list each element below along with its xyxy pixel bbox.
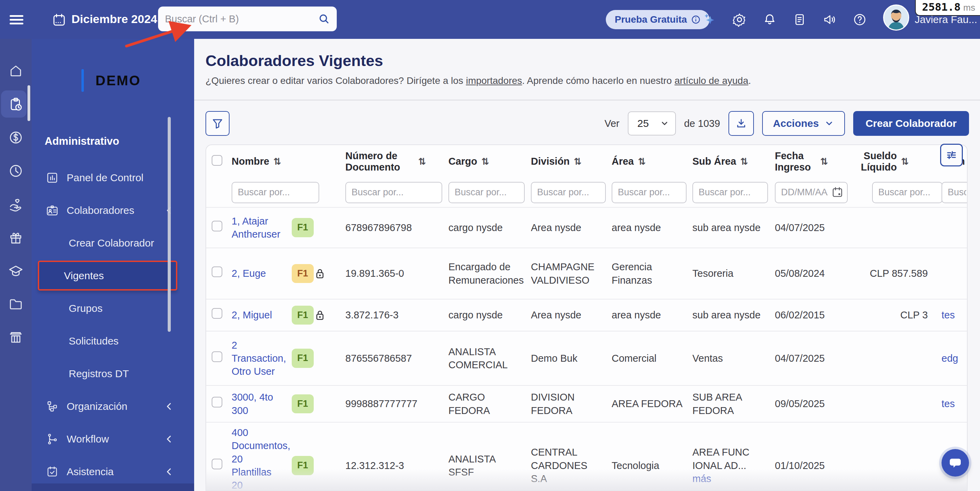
icon-rail xyxy=(0,39,32,491)
cell-sueldo xyxy=(850,331,936,386)
column-settings-button[interactable] xyxy=(940,144,963,166)
row-checkbox[interactable] xyxy=(212,221,222,231)
ai-sparkle-icon[interactable] xyxy=(702,13,716,27)
filter-nombre-input[interactable] xyxy=(232,182,319,203)
page-size-select[interactable]: 25 xyxy=(628,112,676,136)
actions-button[interactable]: Acciones xyxy=(762,111,845,136)
help-icon[interactable] xyxy=(853,13,867,27)
search-icon[interactable] xyxy=(318,13,330,25)
rail-training-graduation-icon[interactable] xyxy=(0,254,32,287)
cell-cargo: CARGO FEDORA xyxy=(443,386,525,422)
cell-documento: 678967896798 xyxy=(340,207,443,248)
rail-time-clock-icon[interactable] xyxy=(0,154,32,187)
importadores-link[interactable]: importadores xyxy=(466,75,522,86)
rail-payroll-icon[interactable] xyxy=(0,121,32,154)
row-checkbox[interactable] xyxy=(212,266,222,277)
sidebar-item-workflow[interactable]: Workflow xyxy=(32,422,194,455)
cell-cargo: cargo nysde xyxy=(443,299,525,331)
announcements-megaphone-icon[interactable] xyxy=(822,13,837,27)
mas-link[interactable]: más xyxy=(692,473,711,484)
table-row: 400 Documentos, 20 Plantillas 20 Documen… xyxy=(206,422,967,491)
calendar-icon[interactable] xyxy=(52,13,66,27)
cell-extra-link[interactable]: tes xyxy=(942,309,955,320)
column-label: Área xyxy=(612,156,634,167)
collaborator-name-link[interactable]: 3000, 4to 300 xyxy=(232,392,273,416)
cell-sueldo: CLP 857.589 xyxy=(850,248,936,299)
row-checkbox[interactable] xyxy=(212,351,222,362)
sort-icon[interactable]: ⇅ xyxy=(638,156,646,167)
filter-division-input[interactable] xyxy=(531,182,606,203)
sort-icon[interactable]: ⇅ xyxy=(901,156,909,167)
user-avatar[interactable] xyxy=(883,5,909,30)
table-toolbar: Ver 25 de 1039 Acciones Crear Colaborado… xyxy=(205,111,969,136)
sort-icon[interactable]: ⇅ xyxy=(740,156,748,167)
row-checkbox[interactable] xyxy=(212,397,222,407)
search-input[interactable] xyxy=(165,13,318,25)
filter-extra-input[interactable] xyxy=(942,182,967,203)
column-header-area[interactable]: Área⇅ xyxy=(612,156,684,167)
rail-scrollbar[interactable] xyxy=(27,85,30,121)
sort-icon[interactable]: ⇅ xyxy=(820,156,828,167)
cell-area: AREA FEDORA xyxy=(606,386,687,422)
period-label[interactable]: Diciembre 2024 xyxy=(72,13,158,26)
sidebar-scrollbar[interactable] xyxy=(168,117,171,332)
filter-documento-input[interactable] xyxy=(345,182,442,203)
collaborator-name-link[interactable]: 2, Euge xyxy=(232,268,266,279)
status-badge: F1 xyxy=(292,456,314,475)
help-article-link[interactable]: artículo de ayuda xyxy=(675,75,748,86)
collaborator-name-link[interactable]: 1, Atajar Antheruser xyxy=(232,215,280,240)
sort-icon[interactable]: ⇅ xyxy=(481,156,489,167)
cell-subarea: sub area nysde xyxy=(687,299,769,331)
filter-area-input[interactable] xyxy=(612,182,687,203)
column-header-sueldo[interactable]: Sueldo Líquido⇅ xyxy=(856,150,928,173)
column-header-subarea[interactable]: Sub Área⇅ xyxy=(692,156,767,167)
company-logo[interactable]: DEMO xyxy=(81,69,194,92)
hamburger-menu-icon[interactable] xyxy=(10,13,23,26)
column-header-fecha[interactable]: Fecha Ingreso⇅ xyxy=(775,150,847,173)
filter-sueldo-input[interactable] xyxy=(872,182,943,203)
rail-documents-folder-icon[interactable] xyxy=(0,287,32,321)
rail-home-icon[interactable] xyxy=(0,54,32,87)
row-checkbox[interactable] xyxy=(212,308,222,319)
sort-icon[interactable]: ⇅ xyxy=(574,156,582,167)
sidebar-item-organizacion[interactable]: Organización xyxy=(32,390,194,422)
filter-cargo-input[interactable] xyxy=(449,182,525,203)
select-all-checkbox[interactable] xyxy=(212,155,222,166)
filter-fecha-input[interactable] xyxy=(775,182,848,203)
filter-subarea-input[interactable] xyxy=(692,182,768,203)
column-header-cargo[interactable]: Cargo⇅ xyxy=(449,156,523,167)
collaborator-name-link[interactable]: 400 Documentos, 20 Plantillas 20 Documen… xyxy=(232,427,290,491)
rail-attendance-clipboard-icon[interactable] xyxy=(0,87,32,121)
rail-gift-icon[interactable] xyxy=(0,221,32,254)
sidebar-item-vigentes[interactable]: Vigentes xyxy=(38,261,177,290)
chevron-expand-icon xyxy=(165,435,173,443)
sidebar-item-asistencia[interactable]: Asistencia xyxy=(32,455,194,488)
rail-company-archive-icon[interactable] xyxy=(0,321,32,354)
news-document-icon[interactable] xyxy=(792,13,807,27)
sort-icon[interactable]: ⇅ xyxy=(274,156,282,167)
download-button[interactable] xyxy=(729,111,754,136)
trial-button[interactable]: Prueba Gratuita xyxy=(606,10,710,29)
subtitle-text: ¿Quieres crear o editar varios Colaborad… xyxy=(205,75,466,86)
cell-extra-link[interactable]: edg xyxy=(942,353,958,364)
collaborator-name-link[interactable]: 2 Transaction, Otro User xyxy=(232,340,286,377)
logo-text: DEMO xyxy=(95,73,141,88)
settings-gear-icon[interactable] xyxy=(732,13,747,27)
notifications-bell-icon[interactable] xyxy=(762,13,777,27)
column-header-nombre[interactable]: Nombre⇅ xyxy=(232,156,337,167)
cell-extra-link[interactable]: tes xyxy=(942,398,955,409)
page-title: Colaboradores Vigentes xyxy=(205,52,383,70)
create-collaborator-button[interactable]: Crear Colaborador xyxy=(853,111,969,136)
column-label: Número de Documento xyxy=(345,150,414,173)
filter-button[interactable] xyxy=(205,111,229,136)
row-checkbox[interactable] xyxy=(212,459,222,469)
rail-benefits-hand-heart-icon[interactable] xyxy=(0,187,32,221)
column-header-division[interactable]: División⇅ xyxy=(531,156,603,167)
column-header-documento[interactable]: Número de Documento⇅ xyxy=(345,150,440,173)
sidebar-item-label: Colaboradores xyxy=(67,205,134,216)
chat-widget-button[interactable] xyxy=(942,449,969,477)
collaborator-name-link[interactable]: 2, Miguel xyxy=(232,309,272,320)
sort-icon[interactable]: ⇅ xyxy=(418,156,426,167)
main-content: Colaboradores Vigentes ¿Quieres crear o … xyxy=(194,39,980,491)
sidebar-item-registros-dt[interactable]: Registros DT xyxy=(32,357,194,390)
